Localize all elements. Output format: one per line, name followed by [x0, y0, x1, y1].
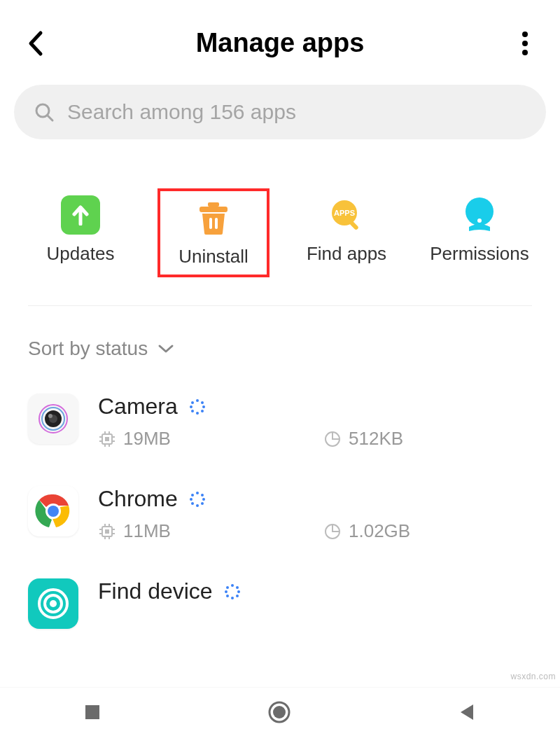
square-icon — [83, 702, 102, 722]
svg-point-25 — [190, 405, 192, 408]
svg-point-20 — [201, 401, 204, 404]
app-storage: 19MB — [123, 428, 171, 450]
svg-point-41 — [196, 492, 199, 494]
svg-rect-28 — [105, 437, 109, 441]
svg-point-13 — [477, 218, 482, 223]
loading-icon — [189, 491, 206, 508]
find-apps-icon: APPS — [327, 195, 366, 235]
svg-point-67 — [231, 597, 234, 599]
find-apps-button[interactable]: APPS Find apps — [290, 188, 402, 272]
svg-rect-8 — [215, 218, 218, 229]
svg-point-42 — [201, 494, 204, 497]
android-navbar — [0, 687, 560, 736]
svg-point-62 — [50, 600, 57, 607]
svg-point-1 — [522, 41, 528, 46]
svg-point-2 — [522, 50, 528, 55]
nav-recents-button[interactable] — [83, 702, 102, 722]
more-button[interactable] — [511, 29, 539, 57]
search-icon — [34, 102, 55, 123]
sort-label: Sort by status — [28, 338, 148, 360]
app-row-find-device[interactable]: Find device — [0, 566, 560, 653]
find-device-app-icon — [28, 578, 78, 629]
chip-icon — [98, 430, 116, 448]
svg-rect-6 — [200, 207, 227, 212]
svg-point-26 — [191, 401, 194, 404]
app-name: Camera — [98, 394, 178, 419]
updates-label: Updates — [47, 243, 115, 265]
watermark: wsxdn.com — [510, 672, 556, 681]
svg-point-66 — [236, 595, 239, 597]
svg-text:APPS: APPS — [334, 209, 355, 217]
svg-point-73 — [273, 706, 286, 718]
nav-home-button[interactable] — [267, 700, 292, 725]
find-apps-label: Find apps — [307, 243, 386, 265]
svg-point-64 — [236, 586, 239, 589]
pie-icon — [323, 522, 342, 541]
chevron-down-icon — [158, 344, 174, 354]
svg-point-40 — [48, 506, 59, 517]
trash-icon — [194, 198, 233, 237]
pie-icon — [323, 430, 342, 448]
page-title: Manage apps — [49, 28, 511, 58]
uninstall-label: Uninstall — [178, 246, 248, 268]
search-bar[interactable] — [14, 85, 546, 139]
search-input[interactable] — [67, 100, 526, 124]
app-row-chrome[interactable]: Chrome 11MB 1.02GB — [0, 473, 560, 566]
svg-point-69 — [225, 590, 227, 593]
loading-icon — [224, 583, 241, 600]
permissions-button[interactable]: Permissions — [424, 188, 536, 272]
actions-row: Updates Uninstall APPS Find apps — [0, 139, 560, 305]
app-name: Find device — [98, 578, 213, 604]
svg-line-4 — [48, 116, 52, 120]
chip-icon — [98, 522, 116, 541]
back-button[interactable] — [21, 29, 49, 57]
more-vertical-icon — [522, 31, 528, 56]
svg-rect-50 — [105, 529, 109, 534]
loading-icon — [189, 398, 206, 415]
circle-icon — [267, 700, 292, 725]
svg-point-65 — [237, 590, 240, 593]
svg-point-0 — [522, 32, 528, 37]
triangle-back-icon — [456, 702, 477, 723]
chrome-app-icon — [28, 486, 78, 536]
svg-point-43 — [202, 498, 205, 501]
app-body: Find device — [98, 578, 532, 604]
app-name: Chrome — [98, 486, 178, 512]
camera-app-icon — [28, 394, 78, 444]
header: Manage apps — [0, 0, 560, 79]
svg-rect-5 — [208, 202, 219, 207]
app-row-camera[interactable]: Camera 19MB 512KB — [0, 381, 560, 473]
permissions-icon — [460, 195, 499, 235]
svg-point-18 — [48, 414, 52, 418]
svg-point-70 — [226, 586, 229, 589]
updates-button[interactable]: Updates — [24, 188, 136, 272]
app-data: 1.02GB — [349, 520, 410, 542]
svg-point-48 — [191, 494, 194, 497]
nav-back-button[interactable] — [456, 702, 477, 723]
svg-point-46 — [191, 502, 194, 505]
app-storage: 11MB — [123, 520, 171, 542]
svg-point-68 — [226, 595, 229, 597]
svg-point-23 — [196, 412, 199, 415]
updates-icon — [61, 195, 100, 235]
app-list: Camera 19MB 512KB — [0, 381, 560, 653]
app-data: 512KB — [349, 428, 403, 450]
svg-point-47 — [190, 498, 192, 501]
svg-point-22 — [201, 410, 204, 412]
permissions-label: Permissions — [430, 243, 529, 265]
back-icon — [27, 30, 43, 57]
svg-point-19 — [196, 399, 199, 402]
uninstall-button[interactable]: Uninstall — [158, 188, 270, 277]
svg-rect-11 — [349, 221, 359, 230]
app-body: Chrome 11MB 1.02GB — [98, 486, 532, 542]
app-body: Camera 19MB 512KB — [98, 394, 532, 450]
svg-rect-7 — [209, 218, 212, 229]
svg-point-21 — [202, 405, 205, 408]
sort-dropdown[interactable]: Sort by status — [0, 306, 560, 381]
svg-rect-71 — [85, 705, 99, 719]
svg-point-44 — [201, 502, 204, 505]
svg-point-63 — [231, 584, 234, 587]
svg-point-45 — [196, 504, 199, 507]
svg-point-24 — [191, 410, 194, 412]
